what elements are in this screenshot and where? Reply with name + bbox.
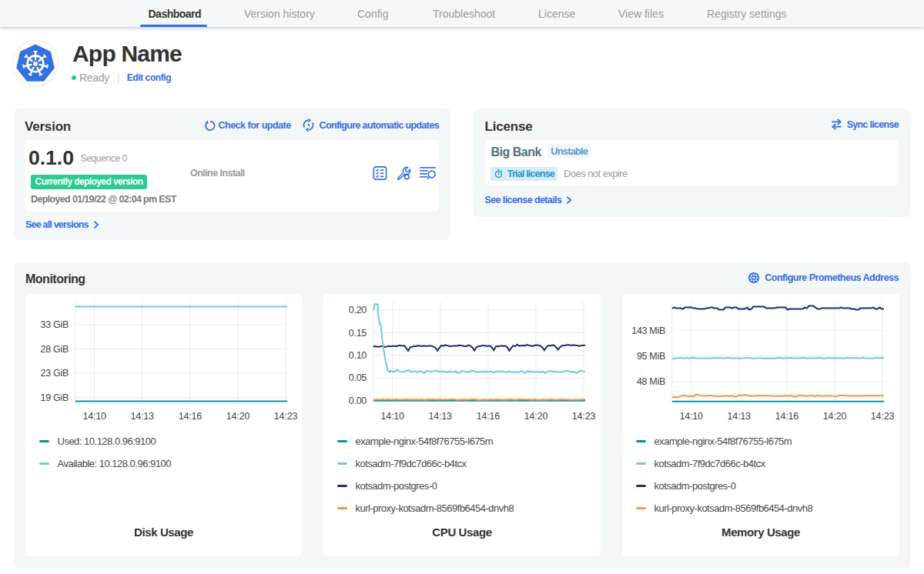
svg-text:14:23: 14:23 bbox=[871, 411, 895, 422]
svg-text:33 GiB: 33 GiB bbox=[41, 319, 69, 330]
svg-text:23 GiB: 23 GiB bbox=[41, 368, 69, 379]
svg-text:14:10: 14:10 bbox=[381, 411, 405, 422]
svg-text:143 MiB: 143 MiB bbox=[631, 325, 665, 336]
svg-text:14:20: 14:20 bbox=[524, 411, 548, 422]
svg-text:28 GiB: 28 GiB bbox=[41, 344, 69, 355]
svg-text:19 GiB: 19 GiB bbox=[41, 392, 69, 403]
svg-text:14:13: 14:13 bbox=[131, 411, 155, 422]
svg-text:14:10: 14:10 bbox=[83, 411, 107, 422]
svg-text:0.00: 0.00 bbox=[349, 395, 367, 406]
svg-text:0.05: 0.05 bbox=[349, 372, 367, 383]
svg-text:14:13: 14:13 bbox=[429, 411, 453, 422]
svg-text:14:16: 14:16 bbox=[775, 411, 799, 422]
svg-text:14:20: 14:20 bbox=[226, 411, 250, 422]
svg-text:14:23: 14:23 bbox=[274, 411, 298, 422]
svg-text:14:16: 14:16 bbox=[179, 411, 203, 422]
svg-text:14:23: 14:23 bbox=[572, 411, 596, 422]
svg-text:14:16: 14:16 bbox=[477, 411, 500, 422]
svg-text:14:10: 14:10 bbox=[680, 411, 704, 422]
svg-text:95 MiB: 95 MiB bbox=[637, 351, 665, 362]
svg-text:0.20: 0.20 bbox=[349, 305, 367, 315]
svg-text:0.15: 0.15 bbox=[349, 328, 367, 339]
svg-text:0.10: 0.10 bbox=[349, 350, 367, 361]
svg-text:48 MiB: 48 MiB bbox=[637, 376, 665, 387]
svg-text:14:13: 14:13 bbox=[728, 411, 752, 422]
svg-text:14:20: 14:20 bbox=[823, 411, 847, 422]
